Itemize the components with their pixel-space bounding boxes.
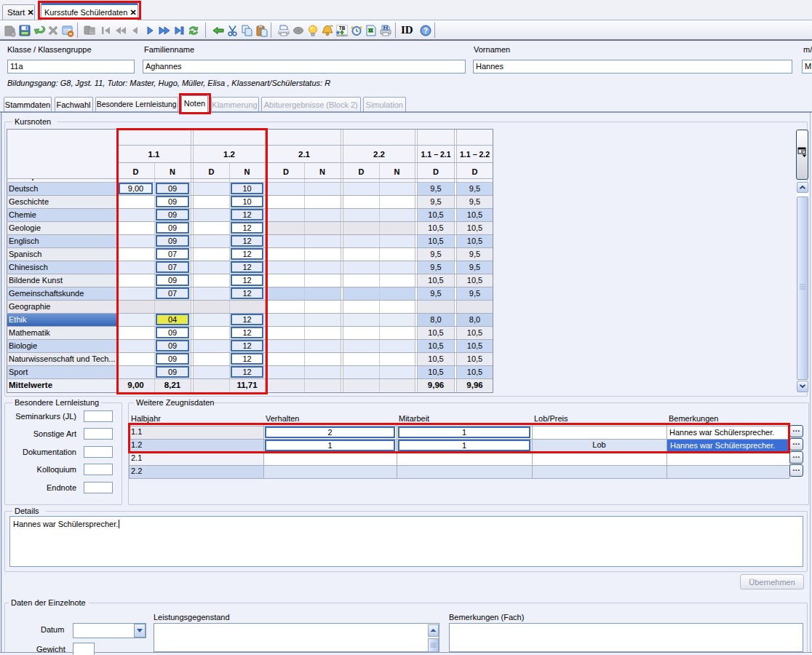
svg-text:TB: TB [339,25,346,31]
svg-text:MIGRATE: MIGRATE [336,34,348,37]
svg-text:Z: Z [384,25,386,30]
svg-text:?: ? [423,27,428,35]
